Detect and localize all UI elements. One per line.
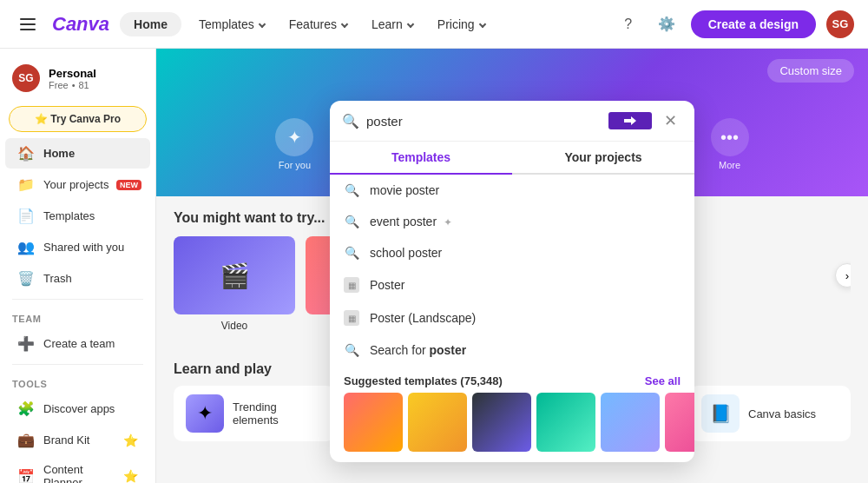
chevron-down-icon: [478, 20, 485, 27]
avatar[interactable]: SG: [826, 10, 854, 38]
suggestion-text: event poster ✦: [370, 215, 452, 228]
chevron-down-icon: [407, 20, 414, 27]
create-design-button[interactable]: Create a design: [691, 10, 816, 38]
user-plan: Free • 81: [49, 80, 96, 90]
suggested-title: Suggested templates (75,348): [344, 374, 503, 387]
suggestion-text: school poster: [370, 246, 442, 260]
template-thumb-2[interactable]: [408, 393, 467, 452]
sidebar-user: SG Personal Free • 81: [0, 56, 155, 101]
tab-templates[interactable]: Templates: [330, 142, 512, 175]
arrow-icon: [623, 116, 637, 126]
planner-icon: 📅: [17, 468, 35, 484]
trash-icon: 🗑️: [17, 270, 35, 287]
team-section-label: Team: [0, 305, 155, 328]
home-nav-button[interactable]: Home: [120, 12, 181, 36]
top-navigation: Canva Home Templates Features Learn Pric…: [0, 0, 868, 49]
sidebar-item-label: Your projects: [43, 178, 108, 191]
chevron-down-icon: [341, 20, 348, 27]
template-suggestion-icon: ▦: [344, 277, 359, 293]
sidebar-item-label: Content Planner: [43, 463, 115, 483]
sidebar-item-label: Create a team: [43, 337, 115, 350]
sparkle-icon: ✦: [444, 216, 452, 228]
sidebar-item-label: Shared with you: [43, 241, 124, 254]
search-suggestion-icon: 🔍: [344, 343, 359, 357]
user-name: Personal: [49, 67, 96, 80]
hamburger-menu[interactable]: [14, 10, 42, 38]
template-suggestion-icon: ▦: [344, 310, 359, 326]
shared-icon: 👥: [17, 239, 35, 255]
templates-icon: 📄: [17, 208, 35, 224]
pro-icon: ⭐: [123, 469, 138, 483]
apps-icon: 🧩: [17, 400, 35, 417]
folder-icon: 📁: [17, 176, 35, 193]
template-thumbnails: [330, 393, 694, 462]
canva-logo: Canva: [52, 13, 109, 36]
sidebar-divider: [12, 299, 143, 300]
sidebar-item-shared[interactable]: 👥 Shared with you: [5, 232, 150, 262]
suggested-templates-header: Suggested templates (75,348) See all: [330, 366, 694, 393]
templates-nav-link[interactable]: Templates: [192, 14, 272, 35]
features-nav-link[interactable]: Features: [282, 14, 354, 35]
sidebar-item-templates[interactable]: 📄 Templates: [5, 201, 150, 231]
tools-section-label: Tools: [0, 370, 155, 393]
suggestion-poster-landscape[interactable]: ▦ Poster (Landscape): [330, 301, 694, 334]
sidebar-divider-2: [12, 364, 143, 365]
sidebar-item-brand-kit[interactable]: 💼 Brand Kit ⭐: [5, 425, 150, 455]
template-thumb-4[interactable]: [536, 393, 595, 452]
suggestion-movie-poster[interactable]: 🔍 movie poster: [330, 175, 694, 206]
tab-your-projects[interactable]: Your projects: [512, 142, 694, 175]
sidebar-item-create-team[interactable]: ➕ Create a team: [5, 328, 150, 359]
see-all-button[interactable]: See all: [645, 374, 681, 387]
sidebar-item-discover-apps[interactable]: 🧩 Discover apps: [5, 394, 150, 424]
sidebar-item-label: Templates: [43, 209, 95, 222]
clear-search-button[interactable]: ✕: [659, 109, 682, 132]
search-tabs: Templates Your projects: [330, 142, 694, 175]
suggestion-event-poster[interactable]: 🔍 event poster ✦: [330, 206, 694, 237]
sidebar-item-trash[interactable]: 🗑️ Trash: [5, 263, 150, 294]
sidebar-item-projects[interactable]: 📁 Your projects NEW: [5, 169, 150, 200]
sidebar-item-content-planner[interactable]: 📅 Content Planner ⭐: [5, 456, 150, 483]
plus-icon: ➕: [17, 335, 35, 352]
hamburger-icon: [16, 15, 39, 34]
search-box: 🔍 ✕: [330, 101, 694, 142]
search-input[interactable]: [366, 114, 602, 129]
arrow-box: [608, 112, 652, 129]
settings-icon[interactable]: ⚙️: [653, 10, 681, 38]
suggestion-text: Poster (Landscape): [370, 311, 476, 325]
help-icon[interactable]: ?: [615, 10, 642, 38]
suggestion-search-for-poster[interactable]: 🔍 Search for poster: [330, 334, 694, 366]
suggestion-school-poster[interactable]: 🔍 school poster: [330, 237, 694, 268]
suggestion-poster-template[interactable]: ▦ Poster: [330, 268, 694, 301]
template-thumb-6[interactable]: [665, 393, 694, 452]
sidebar-item-label: Brand Kit: [43, 433, 89, 447]
sidebar-item-home[interactable]: 🏠 Home: [5, 138, 150, 169]
template-thumb-1[interactable]: [344, 393, 403, 452]
new-badge: NEW: [116, 180, 141, 190]
search-icon: 🔍: [342, 113, 359, 129]
pricing-nav-link[interactable]: Pricing: [431, 14, 492, 35]
custom-size-button[interactable]: Custom size: [767, 59, 854, 83]
brand-icon: 💼: [17, 432, 35, 448]
suggestion-text: Poster: [370, 278, 404, 292]
chevron-down-icon: [259, 20, 266, 27]
template-thumb-5[interactable]: [601, 393, 660, 452]
sidebar-item-label: Home: [43, 147, 75, 160]
main-content: What will you design? Custom size ✦ For …: [156, 49, 868, 483]
search-suggestion-icon: 🔍: [344, 215, 359, 228]
search-overlay: 🔍 ✕ Templates Your proje: [156, 101, 868, 483]
search-dropdown: 🔍 ✕ Templates Your proje: [330, 101, 694, 462]
suggestion-text: movie poster: [370, 183, 439, 197]
sidebar-avatar: SG: [12, 64, 40, 92]
search-suggestion-icon: 🔍: [344, 183, 359, 197]
pro-icon: ⭐: [123, 433, 138, 447]
sidebar: SG Personal Free • 81 ⭐ Try Canva Pro 🏠 …: [0, 49, 156, 483]
sidebar-item-label: Discover apps: [43, 402, 115, 415]
home-icon: 🏠: [17, 145, 35, 162]
suggestion-text: Search for poster: [370, 343, 466, 357]
learn-nav-link[interactable]: Learn: [365, 14, 420, 35]
sidebar-item-label: Trash: [43, 272, 72, 285]
search-arrow-indicator: [608, 112, 652, 129]
template-thumb-3[interactable]: [472, 393, 531, 452]
main-layout: SG Personal Free • 81 ⭐ Try Canva Pro 🏠 …: [0, 49, 868, 483]
try-pro-button[interactable]: ⭐ Try Canva Pro: [9, 106, 147, 132]
